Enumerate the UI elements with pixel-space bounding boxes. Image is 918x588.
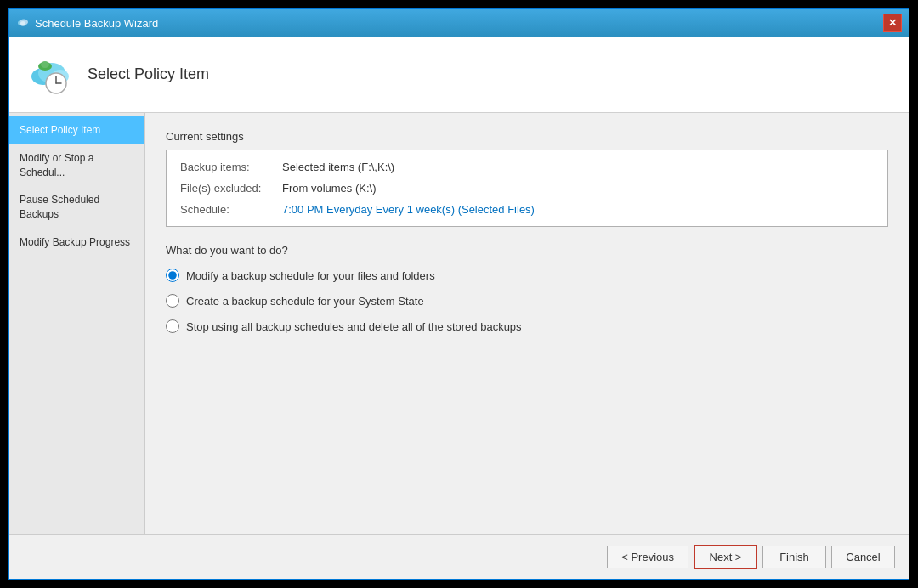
previous-button[interactable]: < Previous [607,546,688,568]
current-settings-label: Current settings [166,130,888,143]
sidebar-item-0[interactable]: Select Policy Item [9,116,144,144]
what-to-do-label: What do you want to do? [166,244,888,257]
settings-value-0: Selected items (F:\,K:\) [282,161,394,173]
settings-row-2: Schedule: 7:00 PM Everyday Every 1 week(… [180,203,874,216]
sidebar: Select Policy Item Modify or Stop a Sche… [9,113,145,534]
radio-option-0[interactable]: Modify a backup schedule for your files … [166,269,888,282]
radio-label-1: Create a backup schedule for your System… [186,295,424,308]
radio-input-2[interactable] [166,319,179,333]
settings-row-1: File(s) excluded: From volumes (K:\) [180,182,874,195]
content-area: Current settings Backup items: Selected … [145,113,909,534]
title-bar: Schedule Backup Wizard ✕ [9,9,909,37]
settings-key-0: Backup items: [180,161,282,173]
title-bar-title: Schedule Backup Wizard [35,17,158,30]
radio-option-2[interactable]: Stop using all backup schedules and dele… [166,319,888,333]
radio-input-0[interactable] [166,269,179,282]
sidebar-item-1[interactable]: Modify or Stop a Schedul... [9,144,144,187]
settings-key-1: File(s) excluded: [180,182,282,195]
settings-row-0: Backup items: Selected items (F:\,K:\) [180,161,874,173]
cancel-button[interactable]: Cancel [831,546,895,568]
radio-label-0: Modify a backup schedule for your files … [186,269,435,282]
radio-option-1[interactable]: Create a backup schedule for your System… [166,294,888,308]
wizard-window: Schedule Backup Wizard ✕ Select Policy I… [8,8,910,580]
app-icon [16,16,30,30]
page-title: Select Policy Item [88,65,209,83]
settings-value-2: 7:00 PM Everyday Every 1 week(s) (Select… [282,203,535,216]
title-bar-left: Schedule Backup Wizard [16,16,158,30]
close-button[interactable]: ✕ [883,14,902,32]
finish-button[interactable]: Finish [762,546,826,568]
svg-point-10 [41,61,49,68]
settings-key-2: Schedule: [180,203,282,216]
svg-point-2 [20,21,26,26]
radio-input-1[interactable] [166,294,179,308]
next-button[interactable]: Next > [694,545,757,569]
header-area: Select Policy Item [9,37,909,113]
sidebar-item-2[interactable]: Pause Scheduled Backups [9,186,144,229]
header-icon [26,51,74,99]
settings-value-1: From volumes (K:\) [282,182,377,195]
footer: < Previous Next > Finish Cancel [9,534,909,579]
radio-label-2: Stop using all backup schedules and dele… [186,320,522,333]
settings-box: Backup items: Selected items (F:\,K:\) F… [166,150,888,227]
sidebar-item-3[interactable]: Modify Backup Progress [9,229,144,257]
main-content: Select Policy Item Modify or Stop a Sche… [9,113,909,534]
